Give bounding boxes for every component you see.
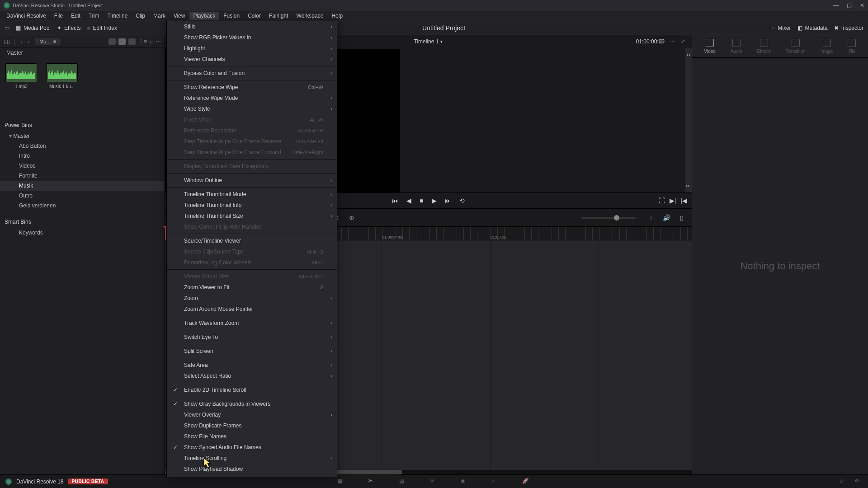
menu-item-viewer-channels[interactable]: Viewer Channels [167, 54, 337, 65]
powerbin-item[interactable]: Musik [0, 181, 165, 191]
grid-view-button[interactable] [118, 38, 126, 45]
menu-item-window-outline[interactable]: Window Outline [167, 175, 337, 186]
settings-icon[interactable]: ⚙ [854, 478, 863, 486]
menu-item-timeline-thumbnail-info[interactable]: Timeline Thumbnail Info [167, 200, 337, 211]
menu-item-viewer-overlay[interactable]: Viewer Overlay [167, 409, 337, 420]
mediapool-button[interactable]: ▦ Media Pool [16, 25, 51, 31]
bin-tab[interactable]: Mu... [35, 38, 60, 45]
menu-mark[interactable]: Mark [150, 12, 169, 20]
nav-back-button[interactable]: ‹ [19, 38, 24, 45]
menu-item-show-synced-audio-file-names[interactable]: Show Synced Audio File Names [167, 442, 337, 453]
smartbin-item[interactable]: Keywords [0, 228, 165, 238]
menu-item-show-duplicate-frames[interactable]: Show Duplicate Frames [167, 420, 337, 431]
zoom-plus-button[interactable]: + [646, 213, 656, 222]
prev-clip-button[interactable]: ⏮ [392, 197, 398, 204]
menu-fusion[interactable]: Fusion [220, 12, 243, 20]
inspector-tab-audio[interactable]: Audio [731, 39, 742, 54]
go-end-icon[interactable]: ▶| [670, 197, 676, 204]
stop-button[interactable]: ■ [420, 197, 423, 204]
menu-item-split-screen[interactable]: Split Screen [167, 346, 337, 357]
menu-item-show-rgb-picker-values-in[interactable]: Show RGB Picker Values In [167, 32, 337, 43]
inspector-tab-file[interactable]: File [848, 39, 856, 54]
match-frame-end-icon[interactable]: ⏭ [685, 183, 692, 189]
go-start-icon[interactable]: |◀ [680, 197, 687, 204]
powerbin-item[interactable]: Intro [0, 151, 165, 161]
deliver-page-icon[interactable]: 🚀 [522, 478, 530, 486]
play-reverse-button[interactable]: ◀ [406, 197, 411, 204]
home-icon[interactable]: ⌂ [840, 478, 848, 486]
menu-item-show-playhead-shadow[interactable]: Show Playhead Shadow [167, 464, 337, 474]
menu-item-safe-area[interactable]: Safe Area [167, 360, 337, 371]
fairlight-page-icon[interactable]: ♪ [491, 478, 500, 486]
menu-item-zoom-viewer-to-fit[interactable]: Zoom Viewer to FitZ [167, 282, 337, 293]
bin-master[interactable]: Master [0, 48, 165, 58]
menu-item-show-reference-wipe[interactable]: Show Reference WipeCtrl+W [167, 82, 337, 93]
thumbnail-view-button[interactable] [108, 38, 116, 45]
expand-icon[interactable]: ⤢ [681, 38, 688, 45]
menu-file[interactable]: File [51, 12, 66, 20]
effects-button[interactable]: ✦ Effects [57, 25, 80, 31]
more-icon[interactable]: ⋯ [156, 38, 161, 45]
menu-item-highlight[interactable]: Highlight [167, 43, 337, 54]
media-page-icon[interactable]: ▦ [338, 478, 346, 486]
cut-page-icon[interactable]: ✂ [368, 478, 377, 486]
menu-view[interactable]: View [170, 12, 189, 20]
inspector-tab-effects[interactable]: Effects [757, 39, 771, 54]
clip-item[interactable]: Musik 1 ku... [46, 63, 78, 111]
menu-item-timeline-thumbnail-size[interactable]: Timeline Thumbnail Size [167, 211, 337, 221]
inspector-tab-image[interactable]: Image [821, 39, 833, 54]
nav-fwd-button[interactable]: › [26, 38, 31, 45]
menu-item-select-aspect-ratio[interactable]: Select Aspect Ratio [167, 371, 337, 381]
menu-fairlight[interactable]: Fairlight [265, 12, 292, 20]
powerbin-item[interactable]: Outro [0, 191, 165, 201]
menu-item-zoom[interactable]: Zoom [167, 293, 337, 304]
mixer-button[interactable]: ⊪ Mixer [770, 25, 791, 31]
fullscreen-icon[interactable]: ⛶ [659, 197, 665, 204]
minimize-button[interactable]: — [833, 2, 839, 9]
menu-davinci-resolve[interactable]: DaVinci Resolve [3, 12, 50, 20]
zoom-minus-button[interactable]: − [561, 213, 571, 222]
powerbin-item[interactable]: Videos [0, 161, 165, 171]
menu-item-show-gray-backgrounds-in-viewers[interactable]: Show Gray Backgrounds in Viewers [167, 399, 337, 409]
menu-item-enable-2d-timeline-scroll[interactable]: Enable 2D Timeline Scroll [167, 385, 337, 395]
search-icon[interactable]: ⌕ [150, 38, 153, 45]
color-page-icon[interactable]: ◉ [461, 478, 469, 486]
zoom-in-icon[interactable]: ⊕ [347, 213, 356, 222]
menu-item-timeline-scrolling[interactable]: Timeline Scrolling [167, 453, 337, 464]
menu-item-switch-eye-to[interactable]: Switch Eye To [167, 332, 337, 343]
sort-button[interactable]: ⋮≡ [138, 38, 147, 45]
volume-icon[interactable]: 🔊 [662, 213, 671, 222]
timeline-name-dropdown[interactable]: Timeline 1 ▾ [414, 38, 443, 45]
menu-timeline[interactable]: Timeline [104, 12, 131, 20]
menu-workspace[interactable]: Workspace [293, 12, 327, 20]
quickexport-icon[interactable]: ◎ [659, 38, 666, 45]
menu-edit[interactable]: Edit [67, 12, 84, 20]
menu-playback[interactable]: Playback [189, 12, 219, 20]
menu-item-wipe-style[interactable]: Wipe Style [167, 103, 337, 114]
powerbin-item[interactable]: Abo Button [0, 141, 165, 151]
zoom-slider[interactable] [581, 217, 636, 219]
powerbins-master[interactable]: Master [0, 131, 165, 141]
menu-clip[interactable]: Clip [132, 12, 149, 20]
menu-help[interactable]: Help [328, 12, 346, 20]
menu-color[interactable]: Color [244, 12, 264, 20]
menu-item-bypass-color-and-fusion[interactable]: Bypass Color and Fusion [167, 68, 337, 79]
powerbin-item[interactable]: Geld verdienen [0, 201, 165, 211]
bin-layout-icon[interactable]: ▯▯ [4, 38, 10, 45]
menu-item-source-timeline-viewer[interactable]: Source/Timeline Viewer [167, 235, 337, 246]
panel-toggle-button[interactable]: ▭ [5, 25, 9, 31]
menu-item-stills[interactable]: Stills [167, 21, 337, 32]
menu-item-show-file-names[interactable]: Show File Names [167, 431, 337, 442]
editindex-button[interactable]: ≡ Edit Index [87, 25, 117, 31]
match-frame-icon[interactable]: ⏮ [685, 52, 692, 58]
viewer-options-icon[interactable]: ⋯ [670, 38, 677, 45]
menu-item-timeline-thumbnail-mode[interactable]: Timeline Thumbnail Mode [167, 189, 337, 200]
next-clip-button[interactable]: ⏭ [445, 197, 451, 204]
play-button[interactable]: ▶ [432, 197, 437, 204]
maximize-button[interactable]: ▢ [847, 2, 852, 9]
list-view-button[interactable] [128, 38, 136, 45]
menu-item-reference-wipe-mode[interactable]: Reference Wipe Mode [167, 93, 337, 103]
menu-item-zoom-around-mouse-pointer[interactable]: Zoom Around Mouse Pointer [167, 304, 337, 314]
close-button[interactable]: ✕ [860, 2, 864, 9]
loop-button[interactable]: ⟲ [459, 197, 465, 204]
